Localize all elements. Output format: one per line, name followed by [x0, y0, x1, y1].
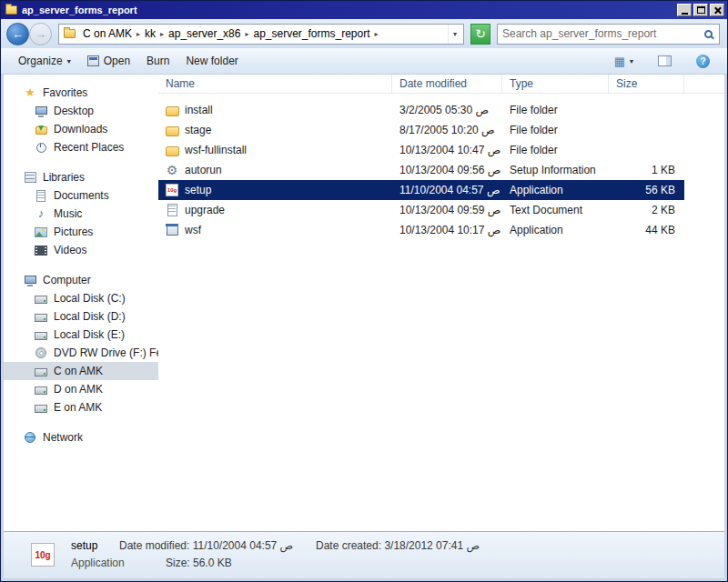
breadcrumb-segment-kk[interactable]: kk	[141, 27, 159, 40]
file-row-wsf-fullinstall[interactable]: wsf-fullinstall 10/13/2004 10:47 ص File …	[158, 140, 684, 160]
sidebar-item-label: Desktop	[54, 105, 94, 117]
sidebar-item-label: Music	[54, 207, 82, 220]
folder-icon	[166, 126, 179, 136]
file-row-upgrade[interactable]: upgrade 10/13/2004 09:59 ص Text Document…	[158, 200, 684, 220]
maximize-button[interactable]	[693, 4, 708, 16]
details-pane: setup Application Date modified: 11/10/2…	[4, 531, 724, 578]
sidebar-item-c-on-amk[interactable]: C on AMK	[4, 362, 158, 380]
sidebar-item-desktop[interactable]: Desktop	[4, 102, 158, 120]
sidebar-item-label: Videos	[54, 244, 86, 256]
address-history-button[interactable]: ▾	[448, 25, 461, 44]
column-header-filler	[684, 75, 724, 93]
libraries-label: Libraries	[43, 171, 85, 184]
change-view-button[interactable]: ▦ ▾	[606, 52, 642, 71]
details-file-type: Application	[71, 557, 125, 569]
network-label: Network	[43, 431, 83, 444]
column-header-name[interactable]: Name	[158, 75, 392, 93]
network-icon	[25, 432, 35, 443]
file-name: wsf-fullinstall	[185, 144, 247, 156]
desktop-icon	[35, 106, 47, 115]
sidebar-item-d-on-amk[interactable]: D on AMK	[4, 380, 158, 398]
preview-pane-button[interactable]	[650, 52, 680, 70]
computer-icon	[25, 276, 36, 284]
file-type: Application	[502, 224, 609, 236]
downloads-icon	[35, 126, 47, 135]
command-toolbar: Organize ▾ Open Burn New folder ▦ ▾ ?	[1, 48, 727, 75]
open-button[interactable]: Open	[79, 51, 138, 71]
sidebar-item-videos[interactable]: Videos	[4, 241, 158, 259]
sidebar-header-favorites[interactable]: ★ Favorites	[4, 84, 158, 102]
back-button[interactable]: ←	[6, 23, 29, 45]
file-list-pane: Name Date modified Type Size install 3/2…	[158, 75, 724, 531]
forward-button[interactable]: →	[29, 23, 52, 45]
organize-button[interactable]: Organize ▾	[10, 51, 79, 71]
window-title: ap_server_forms_report	[22, 5, 675, 15]
file-row-autorun[interactable]: ⚙ autorun 10/13/2004 09:56 ص Setup Infor…	[158, 160, 684, 180]
breadcrumb-segment-c-on-amk[interactable]: C on AMK	[79, 27, 136, 40]
file-row-install[interactable]: install 3/2/2005 05:30 ص File folder	[158, 100, 684, 120]
title-bar: ap_server_forms_report	[1, 1, 727, 19]
sidebar-item-music[interactable]: ♪ Music	[4, 205, 158, 223]
close-button[interactable]	[710, 4, 724, 16]
sidebar-item-dvd-drive-f[interactable]: DVD RW Drive (F:) Feb	[4, 344, 158, 362]
file-name: setup	[185, 184, 211, 196]
address-folder-icon	[64, 29, 76, 38]
favorites-label: Favorites	[43, 86, 87, 99]
open-label: Open	[104, 55, 130, 67]
file-size: 56 KB	[609, 184, 684, 196]
new-folder-button[interactable]: New folder	[177, 51, 246, 71]
file-type: File folder	[502, 104, 609, 116]
breadcrumb-segment-ap-server-forms-report[interactable]: ap_server_forms_report	[249, 27, 373, 40]
search-button[interactable]	[697, 25, 719, 44]
address-bar[interactable]: C on AMK ▸ kk ▸ ap_server_x86 ▸ ap_serve…	[58, 24, 464, 45]
maximize-icon	[697, 6, 705, 14]
navigation-pane: ★ Favorites Desktop Downloads Recent Pla…	[4, 75, 158, 531]
sidebar-item-recent-places[interactable]: Recent Places	[4, 138, 158, 156]
sidebar-item-label: Pictures	[54, 226, 93, 238]
breadcrumb-segment-ap-server-x86[interactable]: ap_server_x86	[165, 27, 244, 40]
file-row-wsf[interactable]: wsf 10/13/2004 10:17 ص Application 44 KB	[158, 220, 684, 240]
folder-icon	[166, 146, 179, 156]
burn-button[interactable]: Burn	[138, 51, 177, 71]
sidebar-item-label: Recent Places	[54, 141, 124, 154]
sidebar-item-label: Local Disk (D:)	[54, 310, 126, 323]
search-box	[497, 24, 720, 45]
file-row-stage[interactable]: stage 8/17/2005 10:20 ص File folder	[158, 120, 684, 140]
column-header-date-modified[interactable]: Date modified	[392, 75, 502, 93]
sidebar-item-local-disk-d[interactable]: Local Disk (D:)	[4, 307, 158, 326]
column-header-size[interactable]: Size	[609, 75, 684, 93]
pictures-icon	[35, 227, 47, 237]
refresh-icon: ↻	[475, 26, 486, 41]
explorer-window: ap_server_forms_report ← → C on AMK ▸ kk…	[0, 0, 728, 582]
file-type: Setup Information	[502, 164, 609, 176]
sidebar-item-pictures[interactable]: Pictures	[4, 223, 158, 241]
sidebar-item-label: Documents	[54, 189, 109, 202]
file-size: 1 KB	[609, 164, 684, 176]
window-folder-icon	[5, 5, 17, 15]
music-note-icon: ♪	[35, 207, 47, 220]
application-icon	[167, 225, 178, 236]
search-input[interactable]	[498, 27, 697, 40]
sidebar-item-e-on-amk[interactable]: E on AMK	[4, 398, 158, 416]
file-row-setup[interactable]: setup 11/10/2004 04:57 ص Application 56 …	[158, 180, 684, 200]
sidebar-header-computer[interactable]: Computer	[4, 271, 158, 289]
refresh-button[interactable]: ↻	[470, 24, 490, 45]
help-button[interactable]: ?	[688, 51, 718, 72]
file-size: 2 KB	[609, 204, 684, 216]
videos-icon	[35, 246, 47, 256]
sidebar-item-label: Local Disk (C:)	[54, 292, 126, 305]
sidebar-header-libraries[interactable]: Libraries	[4, 168, 158, 186]
sidebar-item-local-disk-c[interactable]: Local Disk (C:)	[4, 289, 158, 307]
minimize-button[interactable]	[677, 4, 692, 16]
minimize-icon	[682, 13, 688, 15]
column-header-type[interactable]: Type	[502, 75, 609, 93]
breadcrumb-separator-icon[interactable]: ▸	[374, 30, 379, 38]
sidebar-item-local-disk-e[interactable]: Local Disk (E:)	[4, 326, 158, 344]
sidebar-header-network[interactable]: Network	[4, 428, 158, 447]
file-date-modified: 11/10/2004 04:57 ص	[392, 184, 502, 196]
folder-icon	[166, 106, 179, 116]
file-date-modified: 10/13/2004 10:47 ص	[392, 144, 502, 156]
sidebar-item-documents[interactable]: Documents	[4, 186, 158, 205]
sidebar-group-computer: Computer Local Disk (C:) Local Disk (D:)…	[4, 271, 158, 416]
sidebar-item-downloads[interactable]: Downloads	[4, 120, 158, 138]
